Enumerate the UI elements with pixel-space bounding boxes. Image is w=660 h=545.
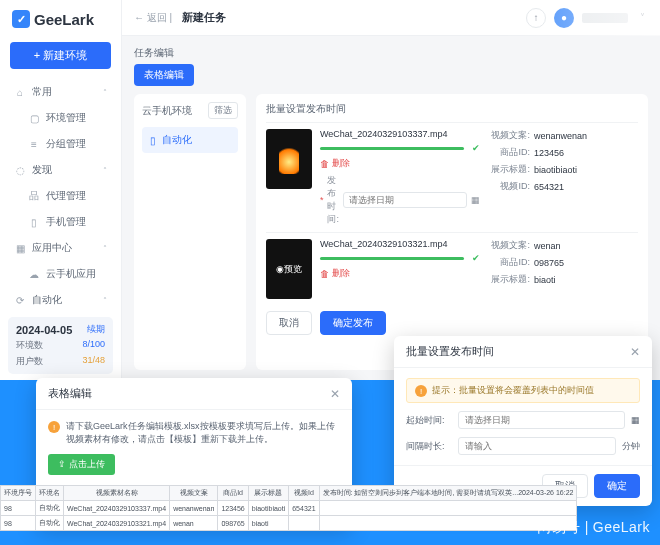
brand-text: GeeLark	[34, 11, 94, 28]
upload-button[interactable]: ⇪ 点击上传	[48, 454, 115, 475]
col-header: 环境名	[36, 486, 64, 501]
env-item-automation[interactable]: ▯ 自动化	[142, 127, 238, 153]
col-header: 视频Id	[289, 486, 319, 501]
home-icon: ⌂	[14, 86, 26, 98]
video-row: WeChat_20240329103337.mp4 ✔ 🗑 删除 *发布时间: …	[266, 122, 638, 232]
col-header: 发布时间: 如留空则同步到客户端本地时间, 需要时请填写双英...2024-03…	[319, 486, 577, 501]
panel-title: 批量设置发布时间	[266, 102, 638, 116]
renew-link[interactable]: 续期	[87, 323, 105, 336]
nav-appcenter[interactable]: ▦应用中心˄	[0, 235, 121, 261]
new-env-button[interactable]: + 新建环境	[10, 42, 111, 69]
start-time-input[interactable]	[458, 411, 625, 429]
panel-title: 云手机环境	[142, 104, 192, 118]
col-header: 商品Id	[218, 486, 248, 501]
check-icon: ✔	[472, 253, 480, 263]
check-icon: ✔	[472, 143, 480, 153]
warning-icon: !	[48, 421, 60, 433]
auto-icon: ⟳	[14, 294, 26, 306]
quota-card: 2024-04-05 续期 环境数8/100 用户数31/48	[8, 317, 113, 374]
nav-phone[interactable]: ▯手机管理	[0, 209, 121, 235]
logo-icon: ✓	[12, 10, 30, 28]
table-row: 98自动化WeChat_20240329103321.mp4wenan09876…	[1, 516, 577, 531]
nav-cloud-app[interactable]: ☁云手机应用	[0, 261, 121, 287]
logo: ✓ GeeLark	[0, 0, 121, 38]
col-header: 环境序号	[1, 486, 36, 501]
filter-button[interactable]: 筛选	[208, 102, 238, 119]
video-name: WeChat_20240329103337.mp4	[320, 129, 480, 139]
chevron-down-icon[interactable]: ˅	[636, 12, 648, 24]
back-link[interactable]: ← 返回 |	[134, 11, 172, 25]
nav-discover[interactable]: ◌发现˄	[0, 157, 121, 183]
tab-table-edit[interactable]: 表格编辑	[134, 64, 194, 86]
nav-env-manage[interactable]: ▢环境管理	[0, 105, 121, 131]
compass-icon: ◌	[14, 164, 26, 176]
card-date: 2024-04-05	[16, 324, 72, 336]
close-icon[interactable]: ✕	[330, 387, 340, 401]
modal-title: 表格编辑	[48, 386, 92, 401]
grid-icon: ▦	[14, 242, 26, 254]
phone-icon: ▯	[28, 216, 40, 228]
interval-input[interactable]	[458, 437, 616, 455]
nav-automation[interactable]: ⟳自动化˄	[0, 287, 121, 311]
video-thumb[interactable]: ◉预览	[266, 239, 312, 299]
app-window: ✓ GeeLark + 新建环境 ⌂常用˄ ▢环境管理 ≡分组管理 ◌发现˄ 品…	[0, 0, 660, 380]
nav-group-manage[interactable]: ≡分组管理	[0, 131, 121, 157]
chevron-up-icon: ˄	[103, 244, 107, 253]
monitor-icon: ▢	[28, 112, 40, 124]
sidebar: ✓ GeeLark + 新建环境 ⌂常用˄ ▢环境管理 ≡分组管理 ◌发现˄ 品…	[0, 0, 122, 380]
chevron-up-icon: ˄	[103, 166, 107, 175]
avatar[interactable]: ●	[554, 8, 574, 28]
chevron-up-icon: ˄	[103, 296, 107, 305]
chevron-up-icon: ˄	[103, 88, 107, 97]
col-header: 视频素材名称	[64, 486, 170, 501]
progress-bar	[320, 257, 464, 260]
network-icon: 品	[28, 190, 40, 202]
delete-button[interactable]: 🗑 删除	[320, 267, 480, 280]
main: ← 返回 | 新建任务 ↑ ● ˅ 任务编辑 表格编辑 云手机环境	[122, 0, 660, 380]
folder-icon: ≡	[28, 138, 40, 150]
content: 任务编辑 表格编辑 云手机环境 筛选 ▯ 自动化 批量	[122, 36, 660, 380]
video-name: WeChat_20240329103321.mp4	[320, 239, 480, 249]
username-redacted	[582, 13, 628, 23]
nav: ⌂常用˄ ▢环境管理 ≡分组管理 ◌发现˄ 品代理管理 ▯手机管理 ▦应用中心˄…	[0, 79, 121, 311]
modal-title: 批量设置发布时间	[406, 344, 494, 359]
video-panel: 批量设置发布时间 WeChat_20240329103337.mp4 ✔ 🗑 删…	[256, 94, 648, 370]
batch-time-modal: 批量设置发布时间✕ !提示：批量设置将会覆盖列表中的时间值 起始时间:▦ 间隔时…	[394, 336, 652, 506]
col-header: 视频文案	[170, 486, 218, 501]
cancel-button[interactable]: 取消	[266, 311, 312, 335]
info-icon: !	[415, 385, 427, 397]
cloud-icon: ☁	[28, 268, 40, 280]
progress-bar	[320, 147, 464, 150]
phone-icon: ▯	[150, 135, 156, 146]
section-title: 任务编辑	[134, 46, 648, 60]
video-row: ◉预览 WeChat_20240329103321.mp4 ✔ 🗑 删除 视频文…	[266, 232, 638, 305]
ok-button[interactable]: 确定	[594, 474, 640, 498]
preview-icon: ◉	[276, 264, 284, 274]
nav-common[interactable]: ⌂常用˄	[0, 79, 121, 105]
topbar: ← 返回 | 新建任务 ↑ ● ˅	[122, 0, 660, 36]
upload-icon[interactable]: ↑	[526, 8, 546, 28]
modal-text: 请下载GeeLark任务编辑模板.xlsx按模板要求填写后上传。如果上传视频素材…	[66, 420, 340, 446]
calendar-icon[interactable]: ▦	[631, 415, 640, 425]
delete-button[interactable]: 🗑 删除	[320, 157, 480, 170]
phone-env-panel: 云手机环境 筛选 ▯ 自动化	[134, 94, 246, 370]
col-header: 展示标题	[248, 486, 288, 501]
table-row: 98自动化WeChat_20240329103337.mp4wenanwenan…	[1, 501, 577, 516]
close-icon[interactable]: ✕	[630, 345, 640, 359]
watermark: 网易号|GeeLark	[537, 519, 650, 537]
page-title: 新建任务	[182, 10, 226, 25]
confirm-publish-button[interactable]: 确定发布	[320, 311, 386, 335]
spreadsheet: 环境序号环境名视频素材名称视频文案商品Id展示标题视频Id发布时间: 如留空则同…	[0, 485, 577, 531]
calendar-icon[interactable]: ▦	[471, 195, 480, 205]
publish-time-input[interactable]	[343, 192, 467, 208]
video-thumb[interactable]	[266, 129, 312, 189]
nav-proxy[interactable]: 品代理管理	[0, 183, 121, 209]
